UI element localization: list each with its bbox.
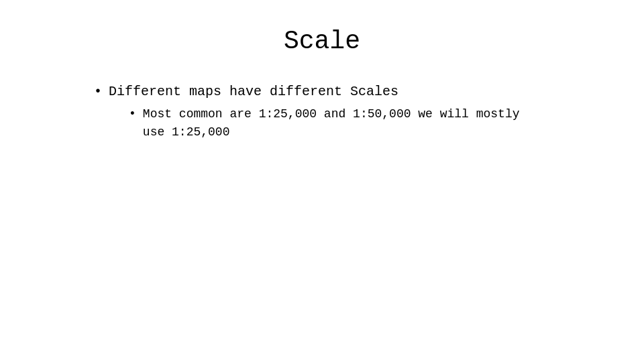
slide-content: • Different maps have different Scales •… [40, 82, 604, 151]
sub-bullets: • Most common are 1:25,000 and 1:50,000 … [109, 105, 520, 141]
slide-title: Scale [284, 27, 360, 56]
slide: Scale • Different maps have different Sc… [0, 0, 644, 362]
sub-bullet-item-1: • Most common are 1:25,000 and 1:50,000 … [129, 105, 520, 141]
bullet-marker-1: • [94, 82, 102, 101]
sub-bullet-text-1-line2: use 1:25,000 [143, 125, 230, 139]
bullet-item-1: • Different maps have different Scales •… [94, 82, 604, 144]
sub-bullet-text-1-line1: Most common are 1:25,000 and 1:50,000 we… [143, 107, 520, 121]
sub-bullet-marker-1: • [129, 105, 136, 123]
bullet-text-1: Different maps have different Scales [109, 84, 398, 99]
